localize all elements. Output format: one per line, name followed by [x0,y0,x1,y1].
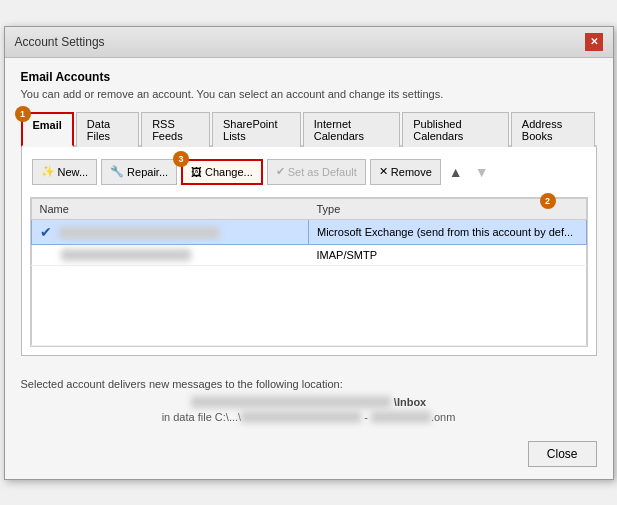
path-blurred [191,396,391,408]
tab-rss-feeds[interactable]: RSS Feeds [141,112,210,147]
tab-address-books[interactable]: Address Books [511,112,595,147]
tab-published-calendars[interactable]: Published Calendars [402,112,509,147]
account-type-cell: Microsoft Exchange (send from this accou… [309,219,587,244]
dialog-title: Account Settings [15,35,105,49]
move-up-button[interactable]: ▲ [445,162,467,182]
section-description: You can add or remove an account. You ca… [21,88,597,100]
location-path: \Inbox [21,396,597,408]
change-button[interactable]: 🖼 Change... [181,159,263,185]
account-name-cell-2 [31,244,309,265]
type-column-badge: 2 [540,193,556,209]
new-icon: ✨ [41,165,55,178]
set-default-button[interactable]: ✔ Set as Default [267,159,366,185]
section-header: Email Accounts [21,70,597,84]
tab-email[interactable]: 1 Email [21,112,74,147]
account-settings-dialog: Account Settings ✕ Email Accounts You ca… [4,26,614,480]
account-type-cell-2: IMAP/SMTP [309,244,587,265]
data-file-separator: - [361,411,371,423]
footer-section: Selected account delivers new messages t… [5,368,613,433]
data-file-end-blurred [371,411,431,423]
data-file-blurred [241,411,361,423]
set-default-icon: ✔ [276,165,285,178]
new-button[interactable]: ✨ New... [32,159,98,185]
data-file-end: .onm [431,411,455,423]
tab-sharepoint-lists[interactable]: SharePoint Lists [212,112,301,147]
account-name-blurred [59,227,219,239]
repair-button[interactable]: 🔧 Repair... [101,159,177,185]
tab-data-files[interactable]: Data Files [76,112,139,147]
window-close-button[interactable]: ✕ [585,33,603,51]
change-icon: 🖼 [191,166,202,178]
account-name-blurred-2 [61,249,191,261]
title-bar: Account Settings ✕ [5,27,613,58]
tab-content-email: ✨ New... 🔧 Repair... 3 🖼 Change... ✔ S [21,147,597,356]
data-file-prefix: in data file C:\...\ [162,411,241,423]
accounts-table: Name Type 2 ✔ [31,198,587,346]
change-button-wrapper: 3 🖼 Change... [181,159,263,185]
change-badge: 3 [173,151,189,167]
dialog-body: Email Accounts You can add or remove an … [5,58,613,368]
remove-icon: ✕ [379,165,388,178]
inbox-label: \Inbox [394,396,426,408]
account-check-icon: ✔ [40,224,52,240]
table-row[interactable]: IMAP/SMTP [31,244,586,265]
table-row[interactable]: ✔ Microsoft Exchange (send from this acc… [31,219,586,244]
tab-internet-calendars[interactable]: Internet Calendars [303,112,400,147]
toolbar: ✨ New... 🔧 Repair... 3 🖼 Change... ✔ S [30,155,588,189]
empty-row [31,265,586,345]
column-header-type: Type 2 [309,198,587,219]
move-down-button[interactable]: ▼ [471,162,493,182]
dialog-footer: Close [5,433,613,479]
tab-email-badge: 1 [15,106,31,122]
accounts-table-wrapper: Name Type 2 ✔ [30,197,588,347]
location-label: Selected account delivers new messages t… [21,378,597,390]
close-dialog-button[interactable]: Close [528,441,597,467]
remove-button[interactable]: ✕ Remove [370,159,441,185]
repair-icon: 🔧 [110,165,124,178]
account-name-cell: ✔ [31,219,309,244]
data-file-path: in data file C:\...\ - .onm [21,411,597,423]
tab-bar: 1 Email Data Files RSS Feeds SharePoint … [21,110,597,147]
column-header-name: Name [31,198,309,219]
